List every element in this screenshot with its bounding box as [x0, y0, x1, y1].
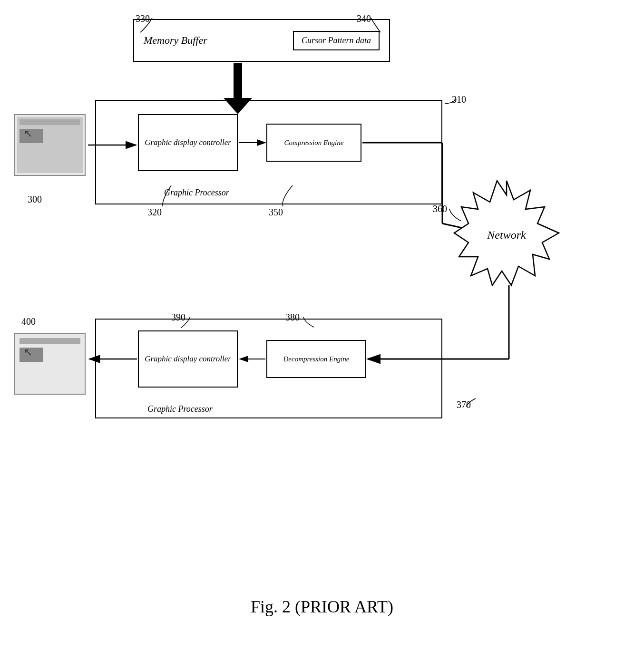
compression-engine-label: Compression Engine: [284, 139, 344, 147]
memory-buffer-box: Memory Buffer Cursor Pattern data: [133, 19, 390, 62]
label-340: 340: [357, 13, 371, 24]
screen-top-inner: ↖: [17, 117, 83, 173]
decompression-engine-box: Decompression Engine: [266, 340, 366, 378]
diagram-container: Memory Buffer Cursor Pattern data 330 34…: [0, 0, 644, 650]
label-370: 370: [457, 399, 471, 410]
graphic-processor-top-label: Graphic Processor: [164, 188, 229, 198]
label-320: 320: [147, 207, 162, 218]
network-label: Network: [487, 229, 526, 241]
cursor-pattern-label: Cursor Pattern data: [302, 36, 371, 45]
memory-buffer-label: Memory Buffer: [144, 34, 207, 47]
label-350: 350: [269, 207, 283, 218]
label-360: 360: [433, 204, 447, 214]
screen-top-thumbnail: ↖: [14, 114, 86, 176]
compression-engine-box: Compression Engine: [266, 124, 361, 162]
decompression-engine-label: Decompression Engine: [283, 355, 350, 363]
gdc-bottom-box: Graphic display controller: [138, 330, 238, 388]
svg-marker-15: [454, 181, 559, 285]
gdc-bottom-label: Graphic display controller: [145, 354, 231, 364]
graphic-processor-bottom-label: Graphic Processor: [147, 404, 213, 414]
figure-caption: Fig. 2 (PRIOR ART): [0, 597, 644, 617]
label-400: 400: [21, 316, 36, 327]
label-310: 310: [452, 94, 466, 105]
figure-caption-text: Fig. 2 (PRIOR ART): [251, 597, 393, 616]
svg-line-10: [442, 223, 485, 233]
label-300: 300: [28, 194, 42, 205]
gdc-top-label: Graphic display controller: [145, 138, 231, 147]
cursor-pattern-box: Cursor Pattern data: [293, 31, 380, 50]
gdc-top-box: Graphic display controller: [138, 114, 238, 171]
screen-bottom-thumbnail: ↖: [14, 333, 86, 395]
label-330: 330: [136, 13, 150, 24]
